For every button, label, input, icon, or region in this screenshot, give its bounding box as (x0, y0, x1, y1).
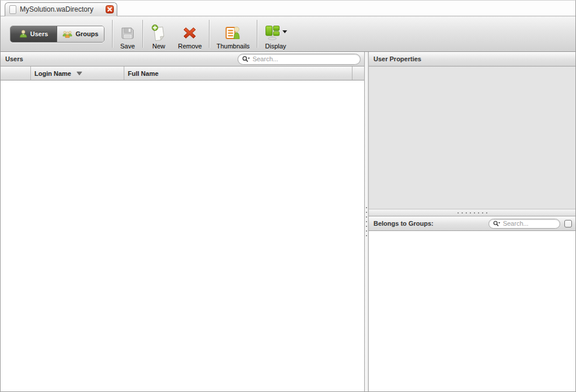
search-icon[interactable] (493, 220, 501, 228)
user-properties-header: User Properties (369, 52, 575, 66)
toolbar-separator (142, 20, 143, 48)
users-search-field[interactable] (238, 54, 361, 65)
display-button-label: Display (265, 43, 286, 50)
users-segment-label: Users (30, 30, 48, 37)
main-area: Users Login Name (1, 52, 575, 391)
close-icon (106, 5, 114, 13)
right-panel: User Properties Belongs to Groups: (369, 52, 575, 391)
groups-segment-label: Groups (75, 30, 98, 37)
login-name-column-label: Login Name (34, 70, 71, 77)
thumbnails-icon (224, 24, 242, 41)
thumbnails-button-label: Thumbnails (217, 43, 250, 50)
display-layout-icon (264, 24, 281, 41)
belongs-to-groups-header: Belongs to Groups: (369, 216, 575, 231)
new-button[interactable]: New (145, 18, 173, 50)
sort-descending-icon (76, 71, 82, 76)
tab-title: MySolution.waDirectory (20, 5, 102, 13)
save-button-label: Save (120, 43, 135, 50)
user-properties-area (369, 66, 575, 209)
users-panel-header: Users (1, 52, 364, 66)
users-table-body[interactable] (1, 80, 364, 391)
toolbar-separator (112, 20, 113, 48)
tab-bar: MySolution.waDirectory (1, 1, 575, 16)
full-name-column-label: Full Name (128, 70, 159, 77)
column-header-login-name[interactable]: Login Name (31, 66, 124, 80)
group-icon (62, 30, 72, 38)
column-header-spacer (352, 66, 364, 80)
new-button-label: New (152, 43, 165, 50)
groups-segment-button[interactable]: Groups (57, 26, 104, 42)
belongs-to-groups-list[interactable] (369, 231, 575, 391)
display-button[interactable]: Display (259, 18, 292, 50)
search-icon[interactable] (242, 55, 250, 63)
users-groups-segmented-control: Users Groups (10, 26, 104, 43)
groups-search-field[interactable] (488, 219, 560, 229)
column-header-full-name[interactable]: Full Name (124, 66, 352, 80)
tab-close-button[interactable] (106, 5, 114, 13)
users-search-input[interactable] (253, 55, 355, 62)
groups-filter-toggle-button[interactable] (564, 220, 572, 228)
toolbar-separator (209, 20, 210, 48)
remove-x-icon (181, 25, 198, 41)
thumbnails-button[interactable]: Thumbnails (211, 18, 255, 50)
toolbar-separator (257, 20, 257, 48)
user-properties-title: User Properties (373, 55, 421, 62)
remove-button[interactable]: Remove (173, 18, 207, 50)
groups-search-input[interactable] (503, 220, 555, 227)
new-document-icon (150, 24, 167, 42)
tab-mysolution-wadirectory[interactable]: MySolution.waDirectory (5, 2, 117, 16)
directory-editor-window: MySolution.waDirectory U (0, 0, 576, 392)
users-panel: Users Login Name (1, 52, 364, 391)
remove-button-label: Remove (178, 43, 202, 50)
save-button[interactable]: Save (114, 18, 141, 50)
vertical-splitter[interactable] (364, 52, 369, 391)
belongs-to-groups-title: Belongs to Groups: (373, 220, 434, 227)
users-table-header: Login Name Full Name (1, 66, 364, 80)
display-dropdown-caret-icon (282, 30, 287, 33)
horizontal-splitter[interactable] (369, 209, 575, 216)
document-icon (9, 5, 16, 14)
column-header-blank (1, 66, 31, 80)
users-panel-title: Users (5, 55, 23, 62)
toolbar: Users Groups (1, 16, 575, 52)
users-segment-button[interactable]: Users (11, 26, 57, 42)
save-floppy-icon (120, 25, 135, 41)
user-icon (19, 30, 27, 38)
